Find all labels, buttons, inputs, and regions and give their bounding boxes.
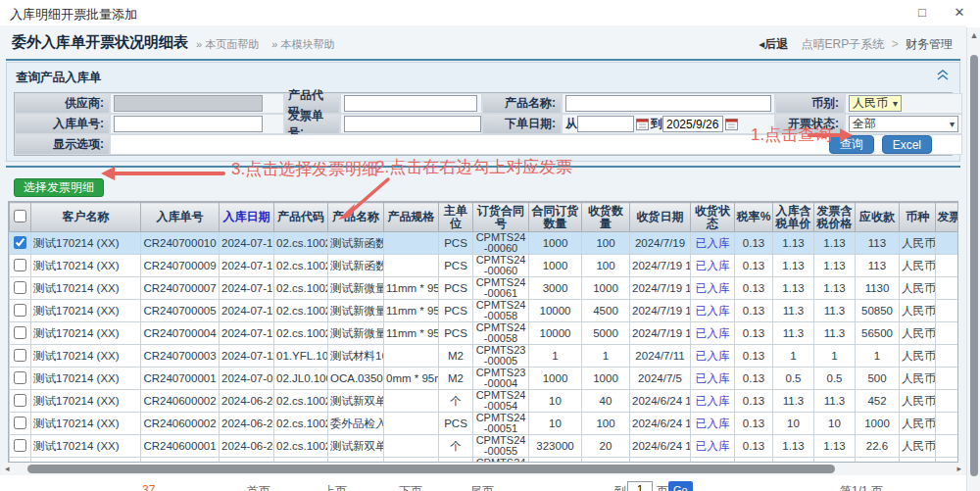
row-checkbox[interactable] (14, 349, 26, 362)
cell-product-code: 02.cs.100241 (274, 232, 328, 255)
maximize-icon[interactable]: □ (911, 4, 933, 22)
cell-receive-status: 已入库 (691, 255, 735, 277)
cell-product-name: 测试新双单位 (328, 435, 384, 458)
cell-product-spec (384, 345, 439, 368)
table-row: 测试170214 (XX)CR2407000102024-07-1902.cs.… (10, 232, 959, 255)
cell-customer-name: 测试170214 (XX) (31, 345, 141, 368)
go-button[interactable]: Go (668, 481, 693, 491)
page-content: 委外入库单开票状况明细表 » 本页面帮助 » 本模块帮助 ◂后退 点晴ERP子系… (0, 25, 966, 491)
prev-page-link[interactable]: 上页 (323, 483, 347, 491)
table-row: 测试170214 (XX)CR2407000032024-07-1101.YFL… (10, 345, 959, 368)
horizontal-scrollbar[interactable]: ◂ ▸ (2, 463, 964, 475)
row-checkbox-cell (10, 255, 31, 277)
table-row: 测试170214 (XX)CR2407000042024-07-1902.cs.… (10, 322, 959, 345)
row-checkbox[interactable] (14, 259, 26, 271)
cell-inbound-tax-price: 11.3 (773, 390, 814, 413)
product-name-field[interactable] (565, 95, 771, 112)
cell-received-qty: 4500 (582, 300, 630, 322)
module-help-link[interactable]: » 本模块帮助 (271, 38, 334, 50)
cell-receivable: 22.6 (856, 435, 900, 458)
cell-order-contract-no: CPMTS24-00051 (473, 413, 529, 435)
row-checkbox[interactable] (14, 236, 26, 249)
cell-received-qty: 100 (582, 255, 630, 277)
cell-tax-rate: 0.13 (735, 322, 773, 345)
query-panel: 查询产品入库单 供应商: 产品代码: 产品名称: 币别: 人民币 ▾ (6, 62, 960, 162)
cell-contract-order-qty: 10000 (529, 300, 582, 322)
row-checkbox[interactable] (14, 326, 26, 339)
cell-receivable: 1000 (856, 413, 900, 435)
cell-invoice-tax-price: 11.3 (814, 390, 856, 413)
scroll-right-icon[interactable]: ▸ (956, 463, 961, 475)
select-invoice-detail-button[interactable]: 选择发票明细 (14, 178, 104, 197)
invoice-no-field[interactable] (344, 116, 481, 132)
column-header-invoice-tax-price: 发票含税价格 (814, 203, 856, 232)
select-all-checkbox[interactable] (14, 210, 26, 222)
inbound-no-field[interactable] (114, 116, 263, 132)
cell-customer-name: 测试170214 (XX) (31, 390, 141, 413)
row-checkbox[interactable] (14, 417, 26, 429)
cell-order-contract-no: CPMTS24-00055 (473, 435, 529, 458)
annotation-arrow-diagonal-icon (333, 176, 392, 221)
cell-invoice-no (936, 390, 959, 413)
cell-inbound-no: CR240700005 (141, 300, 220, 322)
cell-contract-order-qty: 10 (529, 413, 582, 435)
cell-product-spec: 11mm * 95m (384, 300, 439, 322)
column-header-inbound-date[interactable]: 入库日期 (220, 203, 274, 232)
scroll-up-icon[interactable]: ▲ (967, 30, 980, 40)
excel-button[interactable]: Excel (882, 135, 932, 154)
row-checkbox[interactable] (14, 394, 26, 407)
cell-product-code: 02.JL0.10000 (274, 368, 328, 390)
page-number-input[interactable] (627, 481, 653, 491)
back-button[interactable]: ◂后退 (759, 37, 788, 51)
cell-receivable: 113 (856, 232, 900, 255)
currency-select[interactable]: 人民币 ▾ (849, 95, 902, 112)
product-code-field[interactable] (344, 95, 477, 112)
close-icon[interactable]: ✕ (949, 4, 970, 22)
date-from-field[interactable] (577, 116, 634, 132)
first-page-link[interactable]: 首页 (247, 483, 270, 491)
invoice-status-select[interactable]: 全部 ▾ (849, 116, 958, 132)
breadcrumb-module[interactable]: 财务管理 (906, 37, 953, 51)
collapse-panel-icon[interactable] (936, 69, 950, 84)
invoice-no-cell (340, 114, 482, 134)
horizontal-scrollbar-thumb[interactable] (27, 465, 835, 473)
cell-customer-name: 测试170214 (XX) (31, 277, 141, 300)
cell-tax-rate: 0.13 (735, 345, 773, 368)
date-to-field[interactable] (662, 116, 723, 132)
column-header-inbound-tax-price: 入库含税单价 (773, 203, 814, 232)
cell-invoice-no (936, 368, 959, 390)
scroll-left-icon[interactable]: ◂ (5, 463, 10, 475)
row-checkbox[interactable] (14, 439, 26, 452)
cell-inbound-no: CR240700010 (141, 232, 220, 255)
date-to-calendar-icon[interactable] (725, 118, 738, 130)
cell-invoice-no (936, 232, 959, 255)
cell-inbound-tax-price: 10 (773, 413, 814, 435)
cell-receive-date: 2024/7/11 (630, 345, 691, 368)
cell-receive-status: 已入库 (691, 232, 735, 255)
column-header-inbound-no: 入库单号 (141, 203, 220, 232)
cell-tax-rate: 0.13 (735, 390, 773, 413)
cell-tax-rate: 0.13 (735, 413, 773, 435)
vertical-scrollbar[interactable]: ▲ (966, 27, 980, 491)
cell-receive-date: 2024/7/19 10 (630, 255, 691, 277)
cell-inbound-no: CR240600002 (141, 390, 220, 413)
row-checkbox-cell (10, 277, 31, 300)
breadcrumb-system[interactable]: 点晴ERP子系统 (802, 37, 885, 51)
next-page-link[interactable]: 下页 (399, 483, 422, 491)
date-from-calendar-icon[interactable] (636, 118, 649, 130)
cell-inbound-no: CR240600002 (141, 413, 220, 435)
row-checkbox[interactable] (14, 371, 26, 384)
row-checkbox[interactable] (14, 281, 26, 294)
cell-inbound-date: 2024-07-19 (220, 255, 274, 277)
cell-order-contract-no: CPMTS24-00054 (473, 390, 529, 413)
cell-customer-name: 测试170214 (XX) (31, 435, 141, 458)
vertical-scrollbar-thumb[interactable] (970, 55, 978, 476)
invoice-status-cell: 全部 ▾ (845, 114, 962, 134)
column-header-receive-status: 收货状态 (691, 203, 735, 232)
inbound-table-wrap: 客户名称入库单号入库日期产品代码产品名称产品规格主单位订货合同号合同订货数量收货… (8, 201, 958, 463)
date-to-label: 到 (651, 116, 662, 132)
last-page-link[interactable]: 尾页 (470, 483, 494, 491)
page-help-link[interactable]: » 本页面帮助 (196, 38, 259, 50)
cell-main-unit: PCS (439, 300, 473, 322)
row-checkbox[interactable] (14, 304, 26, 317)
